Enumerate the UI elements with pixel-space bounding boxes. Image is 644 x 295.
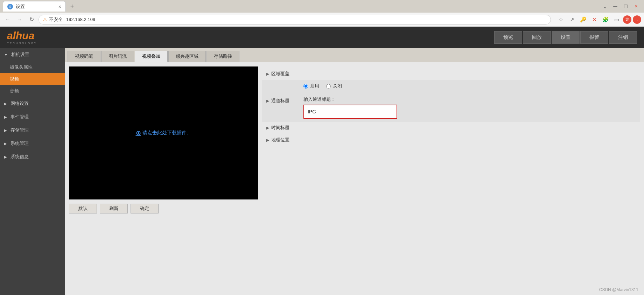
tab-bar: ⚙ 设置 × + ⌄ ─ □ ×: [0, 0, 644, 13]
sidebar-group-camera[interactable]: ▼ 相机设置: [0, 48, 65, 61]
menu-item-geo-location-label: 地理位置: [271, 137, 289, 143]
nav-playback-button[interactable]: 回放: [523, 31, 551, 44]
menu-item-time-title-label: 时间标题: [271, 125, 289, 131]
sidebar-item-camera-attr[interactable]: 摄像头属性: [0, 61, 65, 73]
download-text: 请点击此处下载插件。: [142, 130, 191, 136]
tab-favicon: ⚙: [7, 4, 13, 9]
menu-item-region-cover-label: 区域覆盖: [271, 71, 289, 77]
sidebar-item-audio[interactable]: 音频: [0, 85, 65, 97]
logo-accent: a: [7, 30, 13, 41]
enable-radio-option[interactable]: 启用: [303, 83, 319, 89]
sidebar-group-network[interactable]: ▶ 网络设置: [0, 97, 65, 110]
tab-video-overlay[interactable]: 视频叠加: [135, 51, 168, 62]
nav-alarm-button[interactable]: 报警: [580, 31, 608, 44]
header-nav: 预览 回放 设置 报警 注销: [494, 31, 637, 44]
app-header: alhua TECHNOLOGY 预览 回放 设置 报警 注销: [0, 27, 644, 48]
right-panel: ▶ 区域覆盖 ▶ 通道标题 启用: [262, 66, 640, 291]
forward-button[interactable]: →: [15, 15, 24, 24]
tab-image-stream[interactable]: 图片码流: [101, 51, 134, 62]
window-maximize-button[interactable]: □: [621, 1, 631, 11]
disable-radio-option[interactable]: 关闭: [326, 83, 342, 89]
logo-text: lhua: [13, 30, 35, 41]
sidebar-group-sysinfo-label: 系统信息: [10, 154, 29, 160]
sidebar-group-system[interactable]: ▶ 系统管理: [0, 137, 65, 150]
nav-logout-button[interactable]: 注销: [609, 31, 637, 44]
tab-roi[interactable]: 感兴趣区域: [168, 51, 206, 62]
sidebar-group-storage-label: 存储管理: [10, 127, 29, 133]
share-icon[interactable]: ↗: [567, 15, 577, 24]
chevron-right-icon-2: ▶: [4, 115, 7, 119]
channel-input-label: 输入通道标题：: [303, 96, 397, 103]
nav-settings-button[interactable]: 设置: [552, 31, 580, 44]
sidebar-group-sysinfo[interactable]: ▶ 系统信息: [0, 150, 65, 163]
window-minimize-button[interactable]: ─: [610, 1, 620, 11]
menu-item-geo-location[interactable]: ▶ 地理位置: [262, 134, 640, 146]
profile-icon[interactable]: 龙: [623, 15, 631, 24]
content-area: ⊕ 请点击此处下载插件。 默认 刷新 确定 ▶: [65, 62, 644, 295]
confirm-button[interactable]: 确定: [131, 204, 159, 213]
sidebar-item-audio-label: 音频: [10, 88, 19, 93]
tab-close-button[interactable]: ×: [58, 4, 61, 9]
security-warning-icon: ⚠: [43, 17, 47, 22]
sidebar-group-storage[interactable]: ▶ 存储管理: [0, 124, 65, 137]
default-button[interactable]: 默认: [69, 204, 97, 213]
enable-disable-radio-group: 启用 关闭: [303, 83, 397, 89]
chevron-right-icon: ▶: [4, 102, 7, 106]
browser-tab[interactable]: ⚙ 设置 ×: [3, 1, 66, 12]
menu-item-region-cover[interactable]: ▶ 区域覆盖: [262, 68, 640, 80]
menu-item-channel-title[interactable]: ▶ 通道标题 启用: [262, 80, 640, 122]
sidebar-group-camera-label: 相机设置: [11, 51, 29, 58]
back-button[interactable]: ←: [3, 15, 13, 24]
arrow-right-icon-4: ▶: [266, 138, 269, 142]
download-plugin-link[interactable]: ⊕ 请点击此处下载插件。: [136, 129, 191, 137]
tab-storage-path[interactable]: 存储路径: [206, 51, 239, 62]
sidebar: ▼ 相机设置 摄像头属性 视频 音频 ▶ 网络设置 ▶ 事件管理 ▶ 存: [0, 48, 65, 295]
arrow-right-icon-2: ▶: [266, 99, 269, 103]
logo-brand: alhua: [7, 30, 37, 41]
enable-radio-input[interactable]: [303, 84, 308, 89]
channel-input-section: 输入通道标题：: [303, 96, 397, 119]
sidebar-group-event[interactable]: ▶ 事件管理: [0, 110, 65, 124]
arrow-right-icon-3: ▶: [266, 126, 269, 130]
app-body: ▼ 相机设置 摄像头属性 视频 音频 ▶ 网络设置 ▶ 事件管理 ▶ 存: [0, 48, 644, 295]
overlay-menu-list: ▶ 区域覆盖 ▶ 通道标题 启用: [262, 68, 640, 146]
menu-icon[interactable]: ⋮: [633, 15, 641, 24]
menu-item-time-title[interactable]: ▶ 时间标题: [262, 122, 640, 134]
bookmark-icon[interactable]: ☆: [556, 15, 566, 24]
chevron-down-icon: ▼: [4, 53, 8, 57]
address-bar: ← → ↻ ⚠ 不安全 192.168.2.109 ☆ ↗ 🔑 ✕ 🧩 ▭ 龙 …: [0, 13, 644, 27]
channel-title-input[interactable]: [305, 106, 396, 117]
sidebar-group-network-label: 网络设置: [10, 100, 29, 107]
app-container: alhua TECHNOLOGY 预览 回放 设置 报警 注销 ▼ 相机设置 摄…: [0, 27, 644, 295]
new-tab-button[interactable]: +: [67, 1, 77, 11]
key-icon[interactable]: 🔑: [578, 15, 588, 24]
address-input[interactable]: ⚠ 不安全 192.168.2.109: [38, 15, 551, 24]
disable-radio-input[interactable]: [326, 84, 331, 89]
arrow-right-icon: ▶: [266, 72, 269, 76]
sidebar-toggle-icon[interactable]: ▭: [612, 15, 622, 24]
nav-preview-button[interactable]: 预览: [494, 31, 522, 44]
extensions-icon[interactable]: ✕: [589, 15, 599, 24]
channel-title-settings: 启用 关闭 输入通道标题：: [303, 83, 397, 119]
video-container: ⊕ 请点击此处下载插件。: [69, 66, 258, 199]
video-buttons: 默认 刷新 确定: [69, 202, 258, 215]
refresh-button[interactable]: 刷新: [100, 204, 128, 213]
security-warning-text: 不安全: [49, 16, 63, 23]
main-content: 视频码流 图片码流 视频叠加 感兴趣区域 存储路径 ⊕ 请点击此处下载插件。: [65, 48, 644, 295]
reload-button[interactable]: ↻: [27, 15, 36, 24]
window-close-button[interactable]: ×: [631, 1, 641, 11]
address-url: 192.168.2.109: [66, 17, 95, 22]
sidebar-group-system-label: 系统管理: [10, 140, 29, 147]
logo-tagline: TECHNOLOGY: [7, 42, 37, 45]
chevron-right-icon-3: ▶: [4, 128, 7, 132]
window-menu-button[interactable]: ⌄: [600, 1, 610, 11]
watermark: CSDN @Marvin1311: [599, 287, 638, 292]
sidebar-item-video[interactable]: 视频: [0, 73, 65, 85]
chevron-right-icon-5: ▶: [4, 155, 7, 159]
puzzle-icon[interactable]: 🧩: [601, 15, 610, 24]
channel-input-wrapper: [303, 105, 397, 119]
window-controls: ⌄ ─ □ ×: [600, 1, 641, 11]
sidebar-group-event-label: 事件管理: [10, 114, 29, 120]
video-panel: ⊕ 请点击此处下载插件。 默认 刷新 确定: [69, 66, 258, 291]
tab-video-stream[interactable]: 视频码流: [68, 51, 100, 62]
